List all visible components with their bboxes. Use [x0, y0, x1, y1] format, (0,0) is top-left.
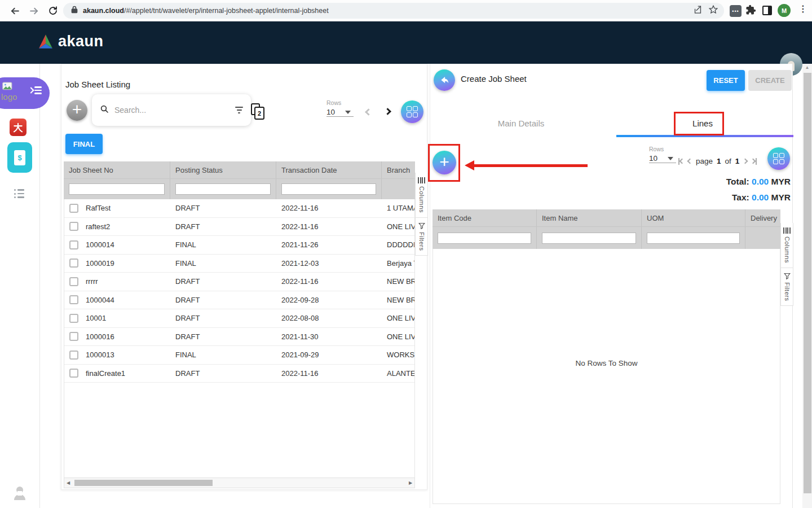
table-row[interactable]: rrrrrDRAFT2022-11-16NEW BRA	[64, 273, 414, 291]
sidebar-logo-pill[interactable]: logo	[0, 77, 50, 109]
col-transaction-date[interactable]: Transaction Date	[276, 161, 381, 178]
table-row[interactable]: finalCreate1DRAFT2022-11-16ALANTES	[64, 365, 414, 383]
row-checkbox[interactable]	[69, 369, 78, 378]
row-checkbox[interactable]	[69, 240, 78, 249]
scroll-left-arrow[interactable]: ◀	[64, 480, 72, 485]
add-jobsheet-button[interactable]: +	[67, 100, 87, 121]
next-page-chevron[interactable]	[384, 108, 391, 115]
side-panel-icon[interactable]	[762, 6, 772, 15]
search-box[interactable]	[92, 94, 251, 126]
browser-back-icon[interactable]	[8, 4, 21, 17]
extensions-puzzle-icon[interactable]	[745, 5, 756, 17]
final-filter-button[interactable]: FINAL	[65, 134, 103, 154]
reset-button[interactable]: RESET	[707, 70, 745, 91]
table-row[interactable]: 1000016DRAFT2021-11-30ONE LIVIN	[64, 328, 414, 347]
col-posting-status[interactable]: Posting Status	[170, 161, 276, 178]
row-checkbox[interactable]	[69, 332, 78, 341]
scrollbar-thumb[interactable]	[74, 480, 213, 486]
listing-title: Job Sheet Listing	[65, 80, 130, 89]
rows-per-page-control[interactable]: Rows 10	[326, 99, 354, 117]
scroll-right-arrow[interactable]: ▶	[407, 480, 414, 485]
lines-columns-tab[interactable]: Columns	[781, 223, 793, 268]
lines-filters-tab[interactable]: Filters	[781, 268, 793, 305]
col-delivery[interactable]: Delivery	[745, 209, 780, 226]
cell-transaction-date: 2021-11-30	[276, 332, 382, 341]
vertical-scrollbar-thumb[interactable]	[804, 73, 811, 493]
row-checkbox[interactable]	[69, 277, 78, 286]
extension-button[interactable]: •••	[730, 5, 742, 17]
cell-transaction-date: 2022-11-16	[276, 204, 382, 212]
jobsheet-listing-panel: Job Sheet Listing + 2 Rows 10 FINA	[61, 64, 427, 490]
table-row[interactable]: 1000019FINAL2021-12-03Berjaya Ti	[64, 255, 414, 273]
create-button[interactable]: CREATE	[748, 70, 792, 91]
scroll-up-arrow[interactable]: ▲	[802, 65, 812, 70]
cell-branch: 1 UTAMA	[382, 204, 414, 212]
browser-profile-avatar[interactable]: M	[778, 4, 791, 17]
lines-rows-per-page[interactable]: Rows 10	[649, 146, 676, 163]
horizontal-scrollbar[interactable]: ◀ ▶	[64, 478, 415, 488]
filter-item-code[interactable]	[438, 233, 531, 244]
address-bar[interactable]: akaun.cloud/#/applet/tnt/wavelet/erp/int…	[63, 3, 724, 19]
grid-view-button[interactable]	[401, 100, 423, 123]
row-checkbox[interactable]	[69, 314, 78, 323]
sidebar-app-cjk-icon[interactable]	[10, 119, 27, 136]
col-branch[interactable]: Branch	[381, 161, 415, 178]
prev-page-chevron[interactable]	[365, 108, 372, 116]
page-current: 1	[717, 157, 721, 165]
jobsheet-table-body: RafTestDRAFT2022-11-161 UTAMAraftest2DRA…	[64, 199, 415, 478]
cell-transaction-date: 2022-09-28	[276, 296, 382, 304]
pages-icon[interactable]: 2	[253, 106, 264, 120]
row-checkbox[interactable]	[69, 222, 78, 231]
row-checkbox[interactable]	[69, 295, 78, 304]
cell-posting-status: DRAFT	[170, 314, 276, 322]
back-button[interactable]	[434, 69, 455, 91]
table-row[interactable]: 10001DRAFT2022-08-08ONE LIVIN	[64, 309, 414, 328]
col-item-code[interactable]: Item Code	[433, 209, 536, 226]
sidebar-list-icon[interactable]	[14, 189, 24, 198]
share-icon[interactable]	[693, 5, 703, 17]
columns-tab[interactable]: Columns	[416, 173, 427, 218]
browser-reload-icon[interactable]	[46, 4, 60, 17]
filter-posting-status[interactable]	[175, 183, 271, 195]
filter-jobsheet-no[interactable]	[69, 183, 165, 195]
row-checkbox[interactable]	[69, 204, 78, 213]
cell-branch: ONE LIVIN	[382, 332, 414, 341]
next-page-button[interactable]	[743, 159, 748, 164]
table-row[interactable]: 1000044DRAFT2022-09-28NEW BRA	[64, 291, 414, 310]
browser-chrome: akaun.cloud/#/applet/tnt/wavelet/erp/int…	[0, 0, 812, 21]
table-row[interactable]: 1000013FINAL2021-09-29WORKSH	[64, 346, 414, 365]
logo-alt-text: logo	[1, 92, 17, 102]
filter-item-name[interactable]	[542, 233, 636, 244]
page-vertical-scrollbar[interactable]: ▲	[802, 64, 812, 508]
col-jobsheet-no[interactable]: Job Sheet No	[64, 161, 170, 178]
last-page-button[interactable]	[751, 158, 757, 165]
sidebar-app-billing-icon[interactable]: $	[7, 142, 32, 173]
collapse-menu-icon[interactable]	[29, 86, 42, 94]
back-arrow-icon	[439, 75, 449, 85]
browser-menu-icon[interactable]: ⋮	[798, 3, 807, 14]
search-input[interactable]	[113, 105, 235, 115]
search-filter-icon[interactable]	[235, 107, 243, 113]
table-row[interactable]: 1000014FINAL2021-11-26DDDDDDD	[64, 236, 414, 255]
lines-grid-view-button[interactable]	[767, 147, 790, 170]
lines-rows-caret[interactable]	[668, 157, 673, 160]
first-page-button[interactable]	[678, 158, 684, 165]
filter-transaction-date[interactable]	[281, 183, 376, 195]
row-checkbox[interactable]	[69, 259, 78, 268]
sidebar-user-icon[interactable]	[13, 485, 27, 502]
akaun-logo[interactable]: akaun	[37, 33, 104, 50]
table-row[interactable]: RafTestDRAFT2022-11-161 UTAMA	[64, 199, 414, 218]
filter-uom[interactable]	[647, 233, 740, 244]
col-item-name[interactable]: Item Name	[536, 209, 641, 226]
broken-image-icon	[2, 82, 12, 93]
table-row[interactable]: raftest2DRAFT2022-11-16ONE LIVIN	[64, 218, 414, 237]
browser-forward-icon[interactable]	[27, 4, 41, 17]
col-uom[interactable]: UOM	[641, 209, 745, 226]
tab-main-details[interactable]: Main Details	[430, 110, 612, 136]
row-checkbox[interactable]	[69, 351, 78, 360]
filters-tab[interactable]: Filters	[416, 218, 427, 255]
invoice-doc-icon: $	[14, 150, 25, 165]
bookmark-star-icon[interactable]	[708, 5, 718, 17]
rows-dropdown-caret[interactable]	[345, 111, 351, 114]
prev-page-button[interactable]	[687, 159, 693, 164]
